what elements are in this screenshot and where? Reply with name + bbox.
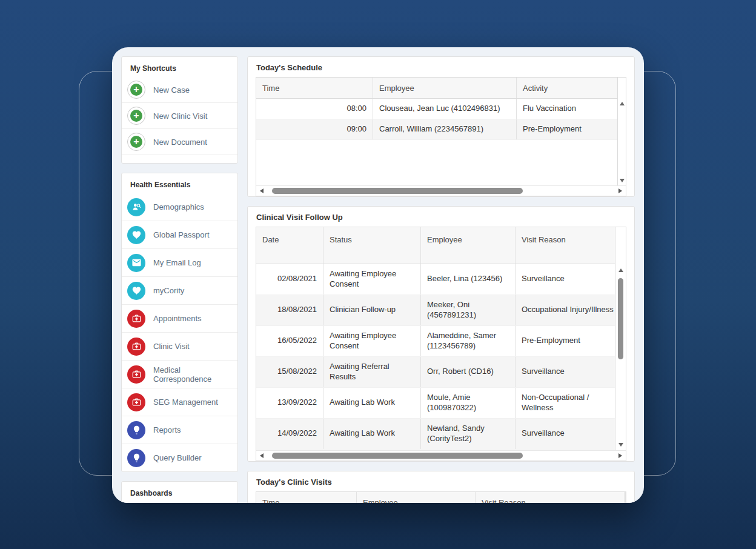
clinical-visit-follow-up-title: Clinical Visit Follow Up [256,207,626,227]
dashboards-list: Health Essentials [122,502,237,503]
table-row[interactable]: 16/05/2022Awaiting Employee ConsentAlame… [256,325,626,356]
table-cell: Occupational Injury/Illness [516,294,620,325]
table-cell: Clinician Follow-up [323,294,421,325]
table-cell: 18/08/2021 [256,294,323,325]
table-row[interactable]: 09:00Carroll, William (2234567891)Pre-Em… [256,119,626,140]
table-cell: Awaiting Referral Results [323,356,421,387]
sidebar-item-label: New Document [153,138,207,147]
sidebar-item-label: Clinic Visit [153,342,190,351]
horizontal-scrollbar[interactable] [256,450,626,461]
table-cell: 13/09/2022 [256,387,323,418]
scroll-right-icon[interactable] [618,188,622,193]
column-header-visit-reason[interactable]: Visit Reason [516,227,620,264]
sidebar-item-my-email-log[interactable]: My Email Log [122,248,237,276]
sidebar-item-label: myCority [153,286,184,295]
scroll-up-icon[interactable] [620,102,625,105]
panel-clinical-visit-follow-up: Clinical Visit Follow Up DateStatusEmplo… [247,206,635,462]
sidebar-item-mycority[interactable]: myCority [122,276,237,304]
lightbulb-icon [127,421,145,439]
table-cell: 16/05/2022 [256,325,323,356]
app-window: My Shortcuts +New Case+New Clinic Visit+… [112,47,644,503]
table-cell: Awaiting Employee Consent [323,264,421,294]
sidebar-item-medical-correspondence[interactable]: Medical Correspondence [122,360,237,388]
column-header-status[interactable]: Status [625,492,626,503]
table-cell: Awaiting Lab Work [323,387,421,418]
todays-clinic-visits-table-block: TimeEmployeeVisit ReasonStatus [256,491,626,503]
sidebar-item-global-passport[interactable]: Global Passport [122,221,237,248]
table-cell: Flu Vaccination [517,99,626,119]
sidebar-item-reports[interactable]: Reports [122,416,237,444]
plus-icon: + [127,107,145,125]
column-header-time[interactable]: Time [256,492,357,503]
column-header-employee[interactable]: Employee [421,227,516,264]
table-row[interactable]: 15/08/2022Awaiting Referral ResultsOrr, … [256,356,626,387]
scrollbar-thumb[interactable] [618,278,623,359]
sidebar-item-new-clinic-visit[interactable]: +New Clinic Visit [122,102,237,128]
horizontal-scrollbar[interactable] [256,185,626,196]
sidebar-item-label: New Clinic Visit [153,111,207,121]
todays-clinic-visits-title: Today's Clinic Visits [256,471,626,491]
heart-icon [127,226,145,244]
table-cell: 09:00 [256,119,373,140]
sidebar-item-appointments[interactable]: Appointments [122,304,237,332]
sidebar: My Shortcuts +New Case+New Clinic Visit+… [121,56,238,494]
table-cell: Non-Occupational / Wellness [516,387,620,418]
scroll-left-icon[interactable] [260,453,264,458]
health-essentials-section-title: Health Essentials [122,173,237,193]
column-header-visit-reason[interactable]: Visit Reason [476,492,625,503]
medical-bag-icon [127,338,145,356]
table-row[interactable]: 02/08/2021Awaiting Employee ConsentBeele… [256,264,626,294]
clinical-visit-follow-up-table-block: DateStatusEmployeeVisit ReasonFollow Up … [256,227,626,461]
sidebar-item-label: Medical Correspondence [153,365,233,384]
sidebar-item-label: New Case [153,85,190,95]
scrollbar-thumb[interactable] [272,453,523,459]
sidebar-item-clinic-visit[interactable]: Clinic Visit [122,332,237,360]
person-search-icon [127,198,145,216]
column-header-employee[interactable]: Employee [373,78,517,99]
table-cell: Pre-Employment [517,119,626,140]
sidebar-item-label: Appointments [153,314,202,323]
todays-clinic-visits-table: TimeEmployeeVisit ReasonStatus [256,492,626,503]
table-cell: Awaiting Lab Work [323,418,421,449]
shortcuts-section: My Shortcuts +New Case+New Clinic Visit+… [121,56,238,164]
vertical-scrollbar[interactable] [615,227,626,450]
scroll-left-icon[interactable] [260,188,264,193]
main-content: Today's Schedule TimeEmployeeActivityAp … [247,56,635,494]
sidebar-item-query-builder[interactable]: Query Builder [122,444,237,471]
sidebar-item-label: Reports [153,425,181,434]
heart-icon [127,282,145,300]
table-cell: Surveillance [516,264,620,294]
table-row[interactable]: 13/09/2022Awaiting Lab WorkMoule, Amie (… [256,387,626,418]
todays-schedule-table-block: TimeEmployeeActivityAp 08:00Clouseau, Je… [256,77,626,196]
sidebar-item-demographics[interactable]: Demographics [122,193,237,221]
scroll-up-icon[interactable] [618,268,623,272]
column-header-employee[interactable]: Employee [357,492,476,503]
sidebar-item-seg-management[interactable]: SEG Management [122,388,237,416]
sidebar-item-new-case[interactable]: +New Case [122,77,237,102]
table-cell: Newland, Sandy (CorityTest2) [421,418,516,449]
column-header-activity[interactable]: Activity [517,78,626,99]
table-row[interactable]: 08:00Clouseau, Jean Luc (4102496831)Flu … [256,99,626,119]
table-row[interactable]: 18/08/2021Clinician Follow-upMeeker, Oni… [256,294,626,325]
sidebar-item-new-document[interactable]: +New Document [122,128,237,155]
column-header-time[interactable]: Time [256,78,373,99]
sidebar-item-label: Demographics [153,202,204,211]
vertical-scrollbar[interactable] [617,78,626,185]
shortcuts-list: +New Case+New Clinic Visit+New Document [122,77,237,155]
table-row[interactable]: 14/09/2022Awaiting Lab WorkNewland, Sand… [256,418,626,449]
scroll-down-icon[interactable] [618,443,623,447]
scroll-right-icon[interactable] [618,453,622,458]
table-cell: Pre-Employment [516,325,620,356]
scrollbar-thumb[interactable] [272,188,523,194]
email-icon [127,254,145,272]
health-essentials-section: Health Essentials DemographicsGlobal Pas… [121,173,238,472]
table-cell: Surveillance [516,356,620,387]
table-cell: 08:00 [256,99,373,119]
shortcuts-footer [122,155,237,163]
sidebar-item-health-essentials[interactable]: Health Essentials [122,502,237,503]
column-header-status[interactable]: Status [323,227,421,264]
scroll-down-icon[interactable] [620,179,625,182]
column-header-date[interactable]: Date [256,227,323,264]
shortcuts-section-title: My Shortcuts [122,57,237,77]
dashboards-section: Dashboards Health Essentials [121,481,238,503]
